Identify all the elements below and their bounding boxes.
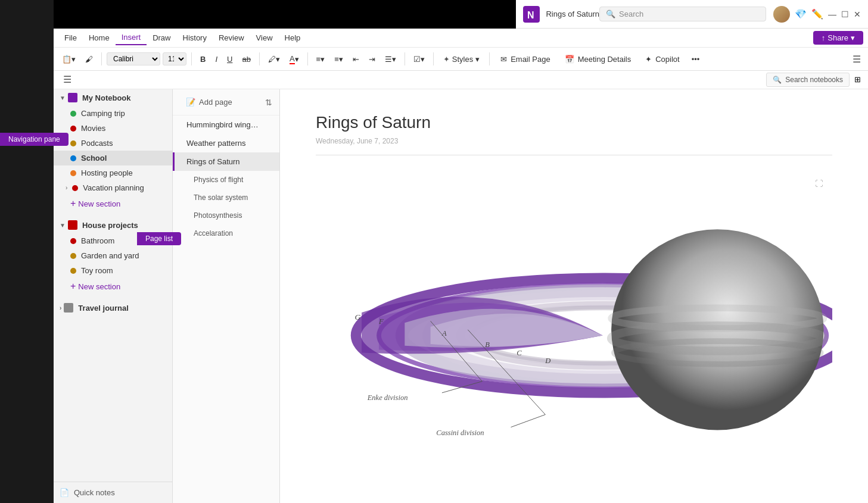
- section-vacation[interactable]: › Vacation planning: [54, 180, 172, 195]
- collapse-ribbon-btn[interactable]: ☰: [850, 51, 863, 67]
- section-toyroom[interactable]: Toy room: [54, 263, 172, 278]
- house-projects-header[interactable]: ▼ House projects: [54, 217, 172, 233]
- section-hosting-label: Hosting people: [81, 168, 133, 177]
- menu-file[interactable]: File: [58, 31, 83, 45]
- dot-movies: [70, 126, 76, 132]
- bullets-btn[interactable]: ≡▾: [313, 53, 329, 65]
- window-controls: 💎 ✏️ — ☐ ✕: [773, 6, 861, 23]
- section-school[interactable]: School: [54, 151, 172, 165]
- section-movies[interactable]: Movies: [54, 121, 172, 136]
- menu-view[interactable]: View: [250, 31, 279, 45]
- search-bar[interactable]: 🔍 Search: [599, 7, 766, 21]
- nav-toggle-btn[interactable]: ☰: [61, 71, 74, 88]
- dot-garden: [70, 253, 76, 259]
- house-projects-label: House projects: [82, 221, 138, 230]
- strikethrough-btn[interactable]: ab: [238, 53, 254, 65]
- new-section-mynotebook[interactable]: + New section: [54, 195, 172, 212]
- user-avatar[interactable]: [773, 6, 790, 23]
- align-btn[interactable]: ☰▾: [381, 53, 400, 65]
- menu-home[interactable]: Home: [83, 31, 116, 45]
- share-button[interactable]: ↑ Share ▾: [813, 31, 863, 45]
- expand-arrow-travel: ›: [60, 305, 61, 311]
- email-page-btn[interactable]: ✉ Email Page: [494, 53, 556, 65]
- section-movies-label: Movies: [81, 124, 105, 133]
- page-weather[interactable]: Weather patterns: [173, 134, 279, 152]
- svg-text:Cassini division: Cassini division: [436, 429, 484, 437]
- note-title[interactable]: Rings of Saturn: [316, 113, 832, 132]
- svg-text:C: C: [517, 349, 522, 357]
- menu-help[interactable]: Help: [279, 31, 307, 45]
- note-date: Wednesday, June 7, 2023: [316, 137, 832, 155]
- page-saturn[interactable]: Rings of Saturn: [173, 152, 279, 171]
- format-painter-btn[interactable]: 🖌: [82, 53, 97, 65]
- sep6: [433, 52, 434, 65]
- quick-notes-footer[interactable]: 📄 Quick notes: [54, 482, 172, 503]
- italic-btn[interactable]: I: [211, 53, 221, 65]
- styles-btn[interactable]: ✦ Styles ▾: [438, 53, 484, 65]
- close-btn[interactable]: ✕: [854, 10, 861, 19]
- indent-btn[interactable]: ⇥: [365, 53, 379, 65]
- menu-insert[interactable]: Insert: [116, 30, 147, 45]
- search-placeholder: Search: [619, 10, 643, 18]
- expand-arrow-my-notebook: ▼: [60, 95, 66, 101]
- section-camping[interactable]: Camping trip: [54, 106, 172, 121]
- toolbar: 📋▾ 🖌 Calibri 11 B I U ab 🖊▾ A▾ ≡▾ ≡▾ ⇤ ⇥…: [54, 48, 868, 70]
- checkbox-btn[interactable]: ☑▾: [410, 53, 428, 65]
- copilot-btn[interactable]: ✦ Copilot: [639, 53, 685, 65]
- page-list: 📝 Add page ⇅ Hummingbird wing… Weather p…: [173, 89, 280, 503]
- page-hummingbird[interactable]: Hummingbird wing…: [173, 115, 279, 134]
- page-physics[interactable]: Physics of flight: [173, 171, 279, 189]
- sep2: [191, 52, 192, 65]
- add-page-icon: 📝: [186, 98, 195, 107]
- saturn-svg: G F A B C D Enke division Cassini divisi…: [316, 170, 832, 455]
- numbering-btn[interactable]: ≡▾: [331, 53, 347, 65]
- section-hosting[interactable]: Hosting people: [54, 165, 172, 180]
- travel-journal-header[interactable]: › Travel journal: [54, 299, 172, 316]
- search-notebooks-btn[interactable]: 🔍 Search notebooks: [766, 73, 850, 87]
- new-section-house[interactable]: + New section: [54, 278, 172, 295]
- menu-review[interactable]: Review: [213, 31, 250, 45]
- add-page-btn[interactable]: 📝 Add page: [180, 95, 238, 109]
- outdent-btn[interactable]: ⇤: [349, 53, 363, 65]
- page-photosynthesis[interactable]: Photosynthesis: [173, 207, 279, 224]
- page-list-header: 📝 Add page ⇅: [173, 89, 279, 115]
- house-projects-section: ▼ House projects Bathroom Garden and yar…: [54, 217, 172, 295]
- section-school-label: School: [81, 154, 107, 163]
- navigation-pane: ▼ My Notebook Camping trip Movies Podcas…: [54, 89, 173, 503]
- minimize-btn[interactable]: —: [828, 10, 836, 19]
- dot-vacation: [72, 185, 78, 191]
- maximize-btn[interactable]: ☐: [841, 10, 849, 19]
- my-notebook-header[interactable]: ▼ My Notebook: [54, 89, 172, 106]
- sort-pages-icon[interactable]: ⇅: [265, 98, 272, 107]
- highlight-btn[interactable]: 🖊▾: [265, 53, 284, 65]
- section-garden[interactable]: Garden and yard: [54, 248, 172, 263]
- font-size-select[interactable]: 11: [163, 52, 186, 65]
- share-chevron: ▾: [851, 33, 855, 42]
- menu-bar: File Home Insert Draw History Review Vie…: [54, 29, 868, 48]
- svg-text:G: G: [355, 313, 361, 321]
- meeting-details-btn[interactable]: 📅 Meeting Details: [559, 53, 637, 65]
- paste-btn[interactable]: 📋▾: [58, 53, 79, 65]
- dot-camping: [70, 111, 76, 117]
- styles-chevron: ▾: [475, 55, 480, 64]
- travel-notebook-icon: [64, 303, 73, 313]
- section-podcasts[interactable]: Podcasts: [54, 136, 172, 151]
- diamond-icon[interactable]: 💎: [795, 8, 807, 20]
- page-accelaration[interactable]: Accelaration: [173, 224, 279, 242]
- pen-icon[interactable]: ✏️: [811, 8, 823, 20]
- menu-history[interactable]: History: [177, 31, 213, 45]
- expand-vacation: ›: [66, 185, 67, 191]
- bold-btn[interactable]: B: [197, 53, 209, 65]
- sep7: [489, 52, 490, 65]
- calendar-icon: 📅: [565, 55, 574, 64]
- ribbon: File Home Insert Draw History Review Vie…: [54, 29, 868, 71]
- font-family-select[interactable]: Calibri: [107, 52, 160, 65]
- search-notebooks-area: 🔍 Search notebooks ⊞: [766, 73, 861, 87]
- font-color-btn[interactable]: A▾: [286, 52, 303, 66]
- more-btn[interactable]: •••: [688, 53, 704, 65]
- expand-all-icon[interactable]: ⊞: [854, 75, 861, 84]
- page-solar[interactable]: The solar system: [173, 189, 279, 207]
- saturn-illustration: G F A B C D Enke division Cassini divisi…: [316, 170, 832, 455]
- menu-draw[interactable]: Draw: [147, 31, 176, 45]
- underline-btn[interactable]: U: [223, 53, 236, 65]
